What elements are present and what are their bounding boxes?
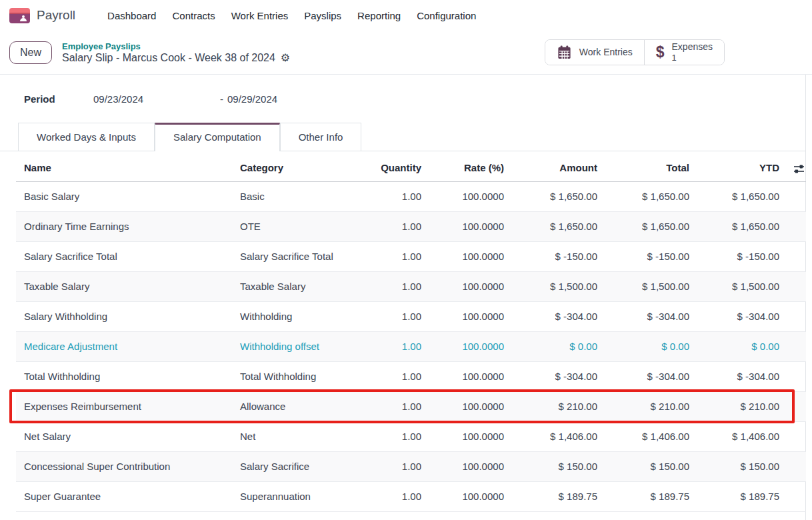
new-button[interactable]: New: [9, 41, 52, 64]
cell-quantity[interactable]: 1.00: [363, 181, 424, 211]
cell-amount[interactable]: $ 1,650.00: [507, 181, 600, 211]
column-header-name[interactable]: Name: [16, 155, 232, 181]
cell-ytd[interactable]: $ 1,650.00: [692, 211, 782, 241]
cell-category[interactable]: Superannuation: [232, 481, 363, 511]
cell-name[interactable]: Medicare Adjustment: [16, 331, 232, 361]
cell-total[interactable]: $ 210.00: [600, 391, 692, 421]
table-row[interactable]: Taxable SalaryTaxable Salary1.00100.0000…: [16, 271, 806, 301]
cell-rate[interactable]: 100.0000: [424, 481, 507, 511]
cell-rate[interactable]: 100.0000: [424, 211, 507, 241]
cell-quantity[interactable]: 1.00: [363, 481, 424, 511]
cell-quantity[interactable]: 1.00: [363, 211, 424, 241]
cell-amount[interactable]: $ 210.00: [507, 391, 600, 421]
cell-quantity[interactable]: 1.00: [363, 301, 424, 331]
cell-rate[interactable]: 100.0000: [424, 361, 507, 391]
cell-rate[interactable]: 100.0000: [424, 301, 507, 331]
cell-ytd[interactable]: $ 150.00: [692, 451, 782, 481]
cell-quantity[interactable]: 1.00: [363, 361, 424, 391]
table-row[interactable]: Concessional Super ContributionSalary Sa…: [16, 451, 806, 481]
stat-button-expenses[interactable]: $Expenses1: [644, 40, 724, 65]
column-header-ytd[interactable]: YTD: [692, 155, 782, 181]
table-row[interactable]: Salary Sacrifice TotalSalary Sacrifice T…: [16, 241, 806, 271]
cell-category[interactable]: OTE: [232, 211, 363, 241]
cell-rate[interactable]: 100.0000: [424, 181, 507, 211]
cell-ytd[interactable]: $ 1,650.00: [692, 181, 782, 211]
cell-name[interactable]: Basic Salary: [16, 181, 232, 211]
cell-ytd[interactable]: $ 1,500.00: [692, 271, 782, 301]
table-row[interactable]: Super GuaranteeSuperannuation1.00100.000…: [16, 481, 806, 511]
cell-amount[interactable]: $ -304.00: [507, 361, 600, 391]
nav-item-reporting[interactable]: Reporting: [349, 6, 409, 25]
apps-menu-button[interactable]: Payroll: [9, 8, 75, 23]
cell-category[interactable]: Total Withholding: [232, 361, 363, 391]
cell-amount[interactable]: $ 189.75: [507, 481, 600, 511]
cell-category[interactable]: Taxable Salary: [232, 271, 363, 301]
cell-rate[interactable]: 100.0000: [424, 421, 507, 451]
nav-item-payslips[interactable]: Payslips: [296, 6, 349, 25]
cell-amount[interactable]: $ 0.00: [507, 331, 600, 361]
cell-total[interactable]: $ 150.00: [600, 451, 692, 481]
cell-name[interactable]: Net Salary: [16, 421, 232, 451]
cell-ytd[interactable]: $ -304.00: [692, 301, 782, 331]
cell-quantity[interactable]: 1.00: [363, 271, 424, 301]
column-header-rate-[interactable]: Rate (%): [424, 155, 507, 181]
cell-quantity[interactable]: 1.00: [363, 241, 424, 271]
cell-category[interactable]: Salary Sacrifice Total: [232, 241, 363, 271]
cell-name[interactable]: Ordinary Time Earnings: [16, 211, 232, 241]
cell-ytd[interactable]: $ -150.00: [692, 241, 782, 271]
cell-total[interactable]: $ -304.00: [600, 361, 692, 391]
cell-name[interactable]: Salary Sacrifice Total: [16, 241, 232, 271]
cell-name[interactable]: Expenses Reimbursement: [16, 391, 232, 421]
cell-amount[interactable]: $ 1,406.00: [507, 421, 600, 451]
table-row[interactable]: Expenses ReimbursementAllowance1.00100.0…: [16, 391, 806, 421]
optional-columns-icon[interactable]: [793, 164, 805, 174]
cell-total[interactable]: $ -150.00: [600, 241, 692, 271]
cell-category[interactable]: Allowance: [232, 391, 363, 421]
settings-gear-icon[interactable]: ⚙: [281, 53, 290, 63]
tab-salary-computation[interactable]: Salary Computation: [155, 123, 280, 151]
cell-total[interactable]: $ 1,406.00: [600, 421, 692, 451]
table-row[interactable]: Basic SalaryBasic1.00100.0000$ 1,650.00$…: [16, 181, 806, 211]
cell-name[interactable]: Salary Withholding: [16, 301, 232, 331]
column-header-amount[interactable]: Amount: [507, 155, 600, 181]
nav-item-contracts[interactable]: Contracts: [164, 6, 223, 25]
cell-rate[interactable]: 100.0000: [424, 451, 507, 481]
cell-rate[interactable]: 100.0000: [424, 391, 507, 421]
tab-other-info[interactable]: Other Info: [280, 123, 362, 151]
cell-amount[interactable]: $ 1,500.00: [507, 271, 600, 301]
cell-name[interactable]: Total Withholding: [16, 361, 232, 391]
cell-rate[interactable]: 100.0000: [424, 331, 507, 361]
table-row[interactable]: Total WithholdingTotal Withholding1.0010…: [16, 361, 806, 391]
cell-category[interactable]: Withholding: [232, 301, 363, 331]
tab-worked-days-inputs[interactable]: Worked Days & Inputs: [18, 123, 155, 151]
cell-amount[interactable]: $ 150.00: [507, 451, 600, 481]
cell-ytd[interactable]: $ 1,406.00: [692, 421, 782, 451]
stat-button-work-entries[interactable]: Work Entries: [545, 40, 644, 65]
cell-category[interactable]: Withholding offset: [232, 331, 363, 361]
cell-total[interactable]: $ 1,650.00: [600, 181, 692, 211]
column-header-category[interactable]: Category: [232, 155, 363, 181]
cell-quantity[interactable]: 1.00: [363, 421, 424, 451]
period-end-date[interactable]: 09/29/2024: [227, 93, 277, 105]
cell-category[interactable]: Net: [232, 421, 363, 451]
breadcrumb-parent-link[interactable]: Employee Payslips: [62, 41, 290, 51]
cell-ytd[interactable]: $ 0.00: [692, 331, 782, 361]
cell-category[interactable]: Salary Sacrifice: [232, 451, 363, 481]
table-row[interactable]: Net SalaryNet1.00100.0000$ 1,406.00$ 1,4…: [16, 421, 806, 451]
cell-amount[interactable]: $ -150.00: [507, 241, 600, 271]
cell-total[interactable]: $ 0.00: [600, 331, 692, 361]
cell-total[interactable]: $ 1,500.00: [600, 271, 692, 301]
cell-name[interactable]: Taxable Salary: [16, 271, 232, 301]
table-row[interactable]: Ordinary Time EarningsOTE1.00100.0000$ 1…: [16, 211, 806, 241]
nav-item-configuration[interactable]: Configuration: [409, 6, 484, 25]
cell-rate[interactable]: 100.0000: [424, 271, 507, 301]
table-row[interactable]: Medicare AdjustmentWithholding offset1.0…: [16, 331, 806, 361]
column-header-total[interactable]: Total: [600, 155, 692, 181]
cell-amount[interactable]: $ 1,650.00: [507, 211, 600, 241]
cell-category[interactable]: Basic: [232, 181, 363, 211]
nav-item-dashboard[interactable]: Dashboard: [99, 6, 164, 25]
cell-quantity[interactable]: 1.00: [363, 331, 424, 361]
cell-total[interactable]: $ 189.75: [600, 481, 692, 511]
cell-ytd[interactable]: $ 189.75: [692, 481, 782, 511]
cell-name[interactable]: Super Guarantee: [16, 481, 232, 511]
